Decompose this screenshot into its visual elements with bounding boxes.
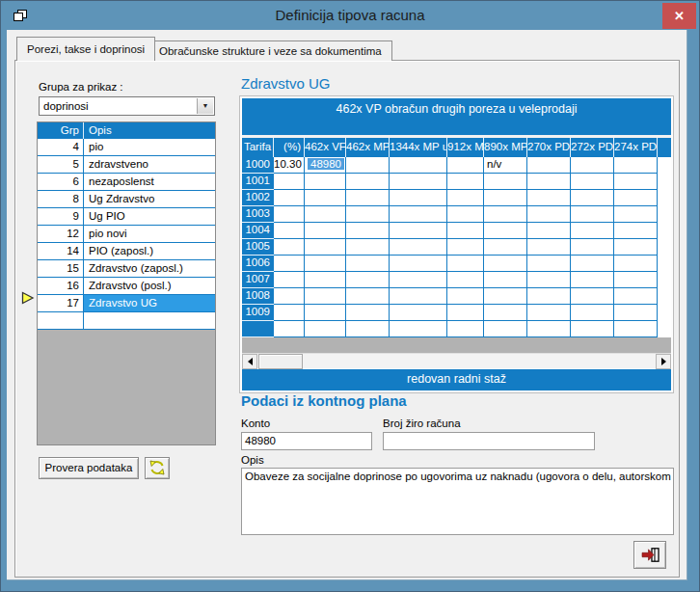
grid-cell[interactable]: n/v — [484, 157, 527, 174]
grid-cell[interactable] — [346, 305, 390, 321]
grid-cell[interactable] — [305, 288, 346, 305]
row-header[interactable]: 1002 — [242, 190, 274, 206]
grid-cell[interactable] — [447, 190, 484, 206]
grid-cell[interactable] — [614, 321, 658, 337]
grid-cell[interactable] — [305, 321, 346, 337]
grid-cell[interactable] — [614, 206, 658, 223]
grid-cell[interactable] — [484, 305, 527, 321]
grid-cell[interactable] — [571, 190, 614, 206]
row-header[interactable]: 1001 — [242, 174, 274, 190]
grid-cell[interactable] — [527, 288, 571, 305]
tab-obracunske-strukture[interactable]: Obračunske strukture i veze sa dokumenti… — [148, 40, 392, 61]
grid-cell[interactable] — [390, 190, 447, 206]
row-header[interactable]: 1005 — [242, 239, 274, 256]
grid-cell[interactable] — [346, 272, 390, 288]
row-header[interactable]: 1003 — [242, 206, 274, 223]
grid-cell[interactable] — [274, 305, 305, 321]
grid-cell[interactable] — [571, 321, 614, 337]
grid-cell[interactable] — [614, 239, 658, 256]
grid-cell[interactable] — [527, 223, 571, 239]
grid-cell[interactable] — [274, 288, 305, 305]
grid-cell[interactable] — [614, 305, 658, 321]
row-header[interactable] — [242, 321, 274, 337]
grid-cell[interactable] — [447, 288, 484, 305]
grid-cell[interactable] — [274, 190, 305, 206]
grid-cell[interactable] — [390, 206, 447, 223]
group-select[interactable]: doprinosi ▼ — [39, 96, 215, 116]
konto-input[interactable]: 48980 — [241, 432, 372, 450]
grid-cell[interactable] — [346, 321, 390, 337]
grid-cell[interactable] — [447, 305, 484, 321]
grid-cell[interactable] — [305, 174, 346, 190]
grid-cell[interactable] — [614, 288, 658, 305]
grid-cell[interactable] — [527, 174, 571, 190]
grid-cell[interactable] — [390, 256, 447, 272]
grid-cell[interactable] — [305, 190, 346, 206]
row-header[interactable]: 1000 — [242, 157, 274, 174]
row-header[interactable]: 1008 — [242, 288, 274, 305]
grid-cell[interactable] — [447, 206, 484, 223]
grid-cell[interactable] — [484, 239, 527, 256]
group-row[interactable]: 15Zdravstvo (zaposl.) — [38, 260, 215, 278]
grid-cell[interactable] — [274, 174, 305, 190]
group-row[interactable]: 14PIO (zaposl.) — [38, 243, 215, 260]
grid-cell[interactable] — [484, 272, 527, 288]
grid-cell[interactable] — [484, 174, 527, 190]
grid-cell[interactable] — [614, 190, 658, 206]
grid-cell[interactable] — [346, 174, 390, 190]
grid-cell[interactable] — [484, 256, 527, 272]
grid-cell[interactable] — [527, 305, 571, 321]
grid-cell[interactable] — [447, 239, 484, 256]
grid-cell[interactable] — [447, 256, 484, 272]
grid-cell[interactable] — [305, 239, 346, 256]
group-row[interactable]: 8Ug Zdravstvo — [38, 191, 215, 208]
grid-cell[interactable] — [447, 272, 484, 288]
grid-cell[interactable] — [390, 223, 447, 239]
grid-cell[interactable] — [346, 223, 390, 239]
tab-porezi-takse-doprinosi[interactable]: Porezi, takse i doprinosi — [16, 37, 155, 61]
grid-cell[interactable] — [305, 206, 346, 223]
grid-cell[interactable] — [527, 272, 571, 288]
grid-cell[interactable] — [614, 256, 658, 272]
grid-cell[interactable] — [614, 223, 658, 239]
scroll-left-button[interactable] — [242, 354, 257, 369]
row-header[interactable]: 1006 — [242, 256, 274, 272]
row-header[interactable]: 1007 — [242, 272, 274, 288]
ziro-racun-input[interactable] — [383, 432, 595, 450]
grid-cell[interactable] — [390, 305, 447, 321]
grid-cell[interactable] — [274, 321, 305, 337]
grid-cell[interactable] — [527, 321, 571, 337]
group-row[interactable]: 17Zdravstvo UG — [38, 295, 215, 312]
grid-cell[interactable] — [527, 190, 571, 206]
grid-cell[interactable] — [571, 157, 614, 174]
grid-cell[interactable] — [346, 206, 390, 223]
grid-cell[interactable] — [484, 288, 527, 305]
grid-cell[interactable] — [346, 288, 390, 305]
grid-cell[interactable] — [571, 288, 614, 305]
grid-cell[interactable] — [390, 174, 447, 190]
group-row[interactable] — [38, 312, 215, 330]
grid-cell[interactable] — [274, 256, 305, 272]
grid-cell[interactable] — [346, 190, 390, 206]
grid-cell[interactable] — [305, 256, 346, 272]
grid-cell[interactable] — [390, 157, 447, 174]
grid-cell[interactable] — [527, 256, 571, 272]
grid-cell[interactable] — [614, 157, 658, 174]
horizontal-scrollbar[interactable] — [242, 353, 671, 368]
grid-cell[interactable] — [484, 321, 527, 337]
grid-cell[interactable] — [614, 272, 658, 288]
grid-cell[interactable] — [571, 174, 614, 190]
grid-cell[interactable] — [571, 206, 614, 223]
grid-cell[interactable] — [274, 223, 305, 239]
group-row[interactable]: 12pio novi — [38, 226, 215, 243]
grid-cell[interactable] — [274, 239, 305, 256]
group-row[interactable]: 4pio — [38, 139, 215, 156]
grid-cell[interactable] — [571, 305, 614, 321]
row-header[interactable]: 1004 — [242, 223, 274, 239]
grid-cell[interactable] — [571, 223, 614, 239]
group-row[interactable]: 16Zdravstvo (posl.) — [38, 278, 215, 295]
grid-cell[interactable] — [484, 206, 527, 223]
grid-cell[interactable] — [346, 256, 390, 272]
grid-cell[interactable] — [571, 256, 614, 272]
grid-cell[interactable]: 10.30 — [274, 157, 305, 174]
